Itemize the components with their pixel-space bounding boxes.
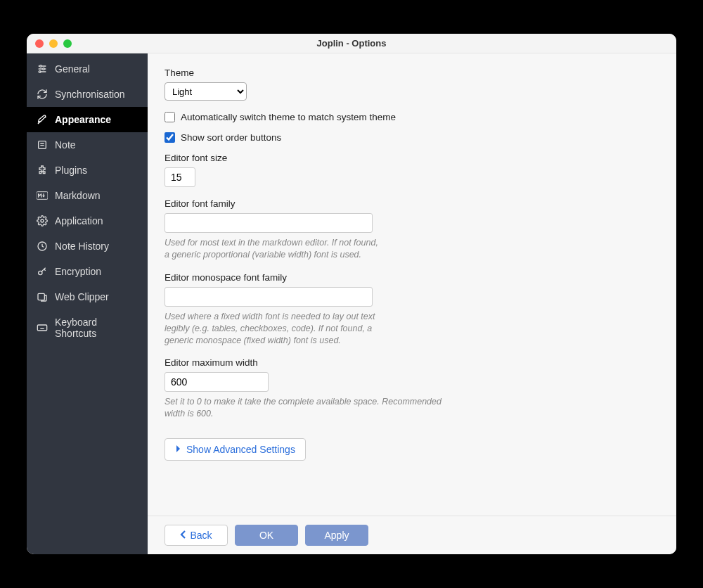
max-width-desc: Set it to 0 to make it take the complete… bbox=[165, 396, 460, 420]
gear-icon bbox=[37, 215, 48, 226]
back-label: Back bbox=[190, 530, 212, 541]
maximize-window-button[interactable] bbox=[63, 39, 72, 48]
sync-icon bbox=[37, 89, 48, 100]
sidebar-item-encryption[interactable]: Encryption bbox=[27, 259, 148, 284]
mono-family-label: Editor monospace font family bbox=[165, 272, 659, 283]
sidebar-item-label: Note History bbox=[55, 241, 109, 252]
font-size-field: Editor font size bbox=[165, 153, 659, 187]
ok-button[interactable]: OK bbox=[235, 525, 298, 546]
svg-point-10 bbox=[41, 219, 44, 222]
max-width-input[interactable] bbox=[165, 372, 269, 392]
ok-label: OK bbox=[259, 530, 273, 541]
sidebar-item-label: Encryption bbox=[55, 266, 101, 277]
show-sort-label: Show sort order buttons bbox=[181, 132, 281, 143]
sidebar-item-label: Appearance bbox=[55, 114, 111, 125]
font-family-field: Editor font family Used for most text in… bbox=[165, 198, 659, 261]
font-family-input[interactable] bbox=[165, 213, 373, 233]
history-icon bbox=[37, 241, 48, 252]
sidebar-item-label: Application bbox=[55, 215, 103, 226]
settings-scroll: Theme Light Automatically switch theme t… bbox=[148, 53, 676, 516]
sidebar-item-label: Web Clipper bbox=[55, 291, 109, 302]
options-window: Joplin - Options General Synchronisation bbox=[27, 34, 676, 554]
markdown-icon bbox=[37, 190, 48, 201]
key-icon bbox=[37, 266, 48, 277]
theme-field: Theme Light bbox=[165, 68, 659, 101]
sidebar-item-label: Markdown bbox=[55, 190, 101, 201]
sidebar-item-application[interactable]: Application bbox=[27, 208, 148, 234]
minimize-window-button[interactable] bbox=[49, 39, 58, 48]
sidebar-item-label: Plugins bbox=[55, 165, 87, 176]
max-width-field: Editor maximum width Set it to 0 to make… bbox=[165, 357, 659, 420]
note-icon bbox=[37, 139, 48, 151]
apply-label: Apply bbox=[324, 530, 349, 541]
clipper-icon bbox=[37, 291, 48, 302]
sidebar-item-label: General bbox=[55, 63, 90, 75]
appearance-icon bbox=[37, 114, 48, 125]
show-sort-row: Show sort order buttons bbox=[165, 132, 659, 143]
svg-point-3 bbox=[40, 65, 42, 68]
sidebar-item-note-history[interactable]: Note History bbox=[27, 234, 148, 259]
font-family-desc: Used for most text in the markdown edito… bbox=[165, 237, 382, 261]
font-size-input[interactable] bbox=[165, 167, 195, 187]
auto-switch-label: Automatically switch theme to match syst… bbox=[181, 112, 396, 122]
sidebar-item-markdown[interactable]: Markdown bbox=[27, 183, 148, 208]
content-panel: Theme Light Automatically switch theme t… bbox=[148, 53, 676, 554]
close-window-button[interactable] bbox=[35, 39, 44, 48]
sidebar-item-label: Synchronisation bbox=[55, 89, 125, 100]
sliders-icon bbox=[37, 63, 48, 75]
sidebar: General Synchronisation Appearance Note bbox=[27, 53, 148, 554]
sidebar-item-label: Keyboard Shortcuts bbox=[55, 317, 138, 339]
auto-switch-row: Automatically switch theme to match syst… bbox=[165, 112, 659, 122]
show-advanced-label: Show Advanced Settings bbox=[186, 444, 295, 455]
theme-label: Theme bbox=[165, 68, 659, 78]
sidebar-item-keyboard-shortcuts[interactable]: Keyboard Shortcuts bbox=[27, 309, 148, 346]
sidebar-item-note[interactable]: Note bbox=[27, 132, 148, 158]
back-button[interactable]: Back bbox=[165, 525, 228, 546]
font-size-label: Editor font size bbox=[165, 153, 659, 163]
mono-family-desc: Used where a fixed width font is needed … bbox=[165, 311, 382, 347]
body: General Synchronisation Appearance Note bbox=[27, 53, 676, 554]
apply-button[interactable]: Apply bbox=[305, 525, 368, 546]
mono-family-field: Editor monospace font family Used where … bbox=[165, 272, 659, 347]
sidebar-item-appearance[interactable]: Appearance bbox=[27, 107, 148, 132]
chevron-left-icon bbox=[180, 530, 187, 542]
svg-point-5 bbox=[39, 71, 41, 73]
sidebar-item-synchronisation[interactable]: Synchronisation bbox=[27, 82, 148, 107]
font-family-label: Editor font family bbox=[165, 198, 659, 209]
show-sort-checkbox[interactable] bbox=[165, 132, 175, 143]
svg-point-12 bbox=[39, 271, 42, 274]
svg-rect-13 bbox=[38, 293, 44, 300]
window-title: Joplin - Options bbox=[27, 38, 676, 49]
max-width-label: Editor maximum width bbox=[165, 357, 659, 368]
plugin-icon bbox=[37, 165, 48, 176]
titlebar: Joplin - Options bbox=[27, 34, 676, 53]
footer: Back OK Apply bbox=[148, 516, 676, 554]
mono-family-input[interactable] bbox=[165, 287, 373, 307]
svg-point-4 bbox=[43, 68, 45, 70]
svg-rect-14 bbox=[37, 325, 46, 331]
sidebar-item-web-clipper[interactable]: Web Clipper bbox=[27, 284, 148, 309]
auto-switch-checkbox[interactable] bbox=[165, 112, 175, 122]
sidebar-item-general[interactable]: General bbox=[27, 56, 148, 82]
chevron-right-icon bbox=[175, 444, 182, 455]
sidebar-item-plugins[interactable]: Plugins bbox=[27, 158, 148, 183]
theme-select[interactable]: Light bbox=[165, 82, 247, 101]
window-controls bbox=[27, 39, 72, 48]
show-advanced-button[interactable]: Show Advanced Settings bbox=[165, 438, 306, 461]
keyboard-icon bbox=[37, 322, 48, 333]
sidebar-item-label: Note bbox=[55, 139, 76, 151]
